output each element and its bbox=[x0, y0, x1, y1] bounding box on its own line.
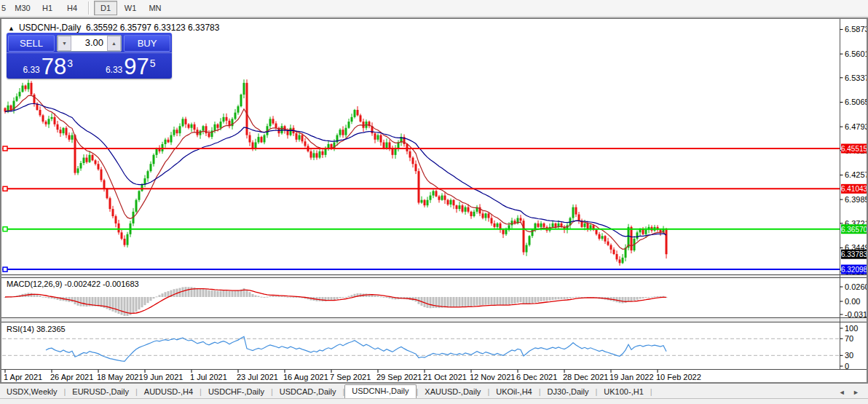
timeframe-toolbar: 5 M30H1H4 D1W1MN bbox=[0, 0, 868, 17]
timeframe-button-partial[interactable]: 5 bbox=[0, 4, 10, 12]
price-badge-label: 6.32098 bbox=[841, 266, 867, 274]
line-handle bbox=[3, 267, 7, 272]
timeframe-group: M30H1H4 bbox=[10, 1, 84, 15]
line-handle bbox=[3, 146, 7, 151]
date-axis-label: 1 Jul 2021 bbox=[190, 373, 227, 381]
price-axis-label: 6.58730 bbox=[845, 25, 867, 33]
toolbar-separator bbox=[88, 1, 90, 15]
price-axis-label: 6.53370 bbox=[845, 74, 867, 82]
price-badge-label: 6.41043 bbox=[841, 185, 867, 193]
date-axis-label: 23 Jul 2021 bbox=[237, 373, 278, 381]
date-axis-label: 21 Oct 2021 bbox=[423, 373, 467, 381]
price-axis-label: 6.47930 bbox=[845, 122, 867, 131]
date-axis-label: 19 Jan 2022 bbox=[609, 373, 654, 381]
timeframe-button-w1[interactable]: W1 bbox=[119, 1, 142, 15]
chart-tab-eurusd-daily[interactable]: EURUSD-,Daily bbox=[66, 386, 135, 398]
chart-title: ▲USDCNH-,Daily 6.35592 6.35797 6.33123 6… bbox=[8, 23, 219, 33]
macd-axis-label: 0.00 bbox=[845, 297, 860, 306]
volume-stepper: ▼ 3.00 ▲ bbox=[57, 35, 122, 52]
chart-tab-dj30-daily[interactable]: DJ30-,Daily bbox=[541, 386, 596, 398]
chart-tab-bar: USDX,Weekly|EURUSD-,Daily|AUDUSD-,H4|USD… bbox=[0, 384, 868, 398]
buy-price-main: 97 bbox=[124, 56, 149, 78]
macd-axis-label: -0.03187 bbox=[845, 310, 867, 319]
price-axis-label: 6.39850 bbox=[845, 195, 867, 204]
chart-symbol-label: USDCNH-,Daily bbox=[19, 23, 81, 33]
date-axis-label: 10 Feb 2022 bbox=[656, 373, 701, 381]
sell-price-pip: 3 bbox=[67, 58, 73, 69]
date-axis-label: 28 Dec 2021 bbox=[563, 373, 608, 381]
chart-tab-usdx-weekly[interactable]: USDX,Weekly bbox=[0, 386, 63, 398]
chart-window: 6.587306.560106.533706.506506.479306.452… bbox=[0, 17, 868, 384]
volume-increase-icon[interactable]: ▲ bbox=[107, 36, 121, 51]
chart-tab-ukoil-h4[interactable]: UKOil-,H4 bbox=[489, 386, 539, 398]
rsi-header: RSI(14) 38.2365 bbox=[7, 325, 66, 333]
macd-header: MACD(12,26,9) -0.002422 -0.001683 bbox=[7, 280, 139, 288]
date-axis-label: 29 Sep 2021 bbox=[376, 373, 422, 381]
chart-tab-xauusd-daily[interactable]: XAUUSD-,Daily bbox=[418, 386, 487, 398]
rsi-axis-label: 70 bbox=[845, 334, 853, 343]
chart-tab-uk100-h1[interactable]: UK100-,H1 bbox=[597, 386, 650, 398]
sell-price-prefix: 6.33 bbox=[23, 65, 39, 75]
date-axis-label: 16 Aug 2021 bbox=[283, 373, 328, 381]
rsi-axis-label: 30 bbox=[845, 351, 853, 360]
line-handle bbox=[3, 227, 7, 231]
rsi-axis-label: 100 bbox=[845, 324, 858, 333]
timeframe-group: D1W1MN bbox=[93, 1, 167, 15]
tab-separator: | bbox=[650, 387, 652, 398]
price-badge-label: 6.45515 bbox=[841, 145, 867, 153]
timeframe-button-h4[interactable]: H4 bbox=[60, 1, 84, 15]
price-axis-label: 6.56010 bbox=[845, 49, 867, 58]
rsi-axis-label: 0 bbox=[845, 362, 849, 371]
price-axis-label: 6.42570 bbox=[845, 170, 867, 179]
line-handle bbox=[3, 186, 7, 191]
date-axis-label: 1 Apr 2021 bbox=[4, 373, 42, 381]
one-click-trading-panel: SELL ▼ 3.00 ▲ BUY 6.33 78 3 6.33 97 5 bbox=[7, 33, 172, 79]
price-badge-label: 6.36570 bbox=[841, 226, 867, 234]
mt4-window: { "toolbar": { "partial_button": "5", "t… bbox=[0, 0, 868, 404]
buy-price-display[interactable]: 6.33 97 5 bbox=[90, 53, 173, 79]
date-axis-label: 12 Nov 2021 bbox=[470, 373, 515, 381]
chart-tab-usdcad-daily[interactable]: USDCAD-,Daily bbox=[273, 386, 343, 398]
volume-value[interactable]: 3.00 bbox=[71, 36, 107, 51]
date-axis-label: 18 May 2021 bbox=[97, 373, 143, 381]
date-axis-label: 26 Apr 2021 bbox=[50, 373, 93, 381]
buy-price-pip: 5 bbox=[150, 58, 156, 69]
timeframe-button-m30[interactable]: M30 bbox=[11, 1, 34, 15]
chart-tab-usdchf-daily[interactable]: USDCHF-,Daily bbox=[202, 386, 271, 398]
sell-price-display[interactable]: 6.33 78 3 bbox=[7, 53, 90, 79]
collapse-triangle-icon[interactable]: ▲ bbox=[8, 25, 15, 32]
date-axis-label: 9 Jun 2021 bbox=[143, 373, 183, 381]
date-axis-label: 7 Sep 2021 bbox=[330, 373, 371, 381]
sell-price-main: 78 bbox=[42, 56, 66, 78]
buy-price-prefix: 6.33 bbox=[106, 65, 122, 75]
volume-decrease-icon[interactable]: ▼ bbox=[58, 36, 71, 51]
timeframe-button-h1[interactable]: H1 bbox=[36, 1, 59, 15]
price-axis-label: 6.50650 bbox=[845, 98, 867, 106]
macd-axis-label: 0.02607 bbox=[845, 282, 867, 291]
timeframe-button-mn[interactable]: MN bbox=[143, 1, 167, 15]
status-bar bbox=[0, 398, 868, 404]
sell-button[interactable]: SELL bbox=[8, 35, 55, 52]
date-axis-label: 6 Dec 2021 bbox=[516, 373, 557, 381]
buy-button[interactable]: BUY bbox=[124, 35, 170, 52]
chart-tab-usdcnh-daily[interactable]: USDCNH-,Daily bbox=[344, 384, 416, 399]
price-badge-label: 6.33783 bbox=[841, 250, 867, 258]
chart-ohlc-values: 6.35592 6.35797 6.33123 6.33783 bbox=[86, 23, 220, 33]
tab-scroll-arrows-icon[interactable]: ◄ ► bbox=[839, 389, 868, 398]
chart-tab-audusd-h4[interactable]: AUDUSD-,H4 bbox=[138, 386, 200, 398]
timeframe-button-d1[interactable]: D1 bbox=[94, 1, 117, 15]
